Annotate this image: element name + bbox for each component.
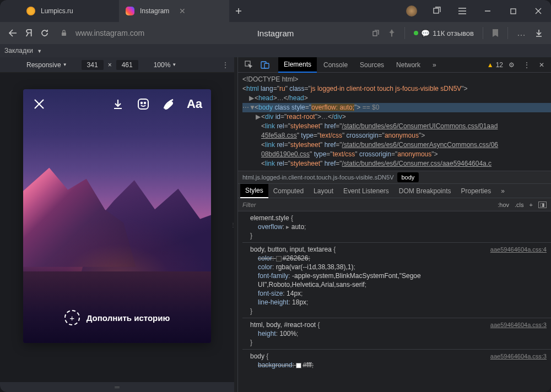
more-icon[interactable]: … [517,28,527,38]
svg-rect-4 [138,99,148,109]
tab-more-icon[interactable]: » [427,58,442,72]
device-toolbar: Responsive ▼ 341 × 461 100% ▼ ⋮ [0,57,234,73]
add-story-icon[interactable]: + [64,310,80,325]
new-rule-icon[interactable]: + [530,202,533,208]
styles-tab-props[interactable]: Properties [456,184,496,198]
hov-button[interactable]: :hov [498,202,509,208]
warning-count[interactable]: 12 [496,61,503,69]
styles-tab-layout[interactable]: Layout [309,184,338,198]
addressbar: Я www.instagram.com Instagram 💬 11К отзы… [0,22,551,44]
menu-icon[interactable] [450,0,475,22]
tab-lumpics[interactable]: Lumpics.ru [20,0,119,22]
svg-rect-9 [264,63,269,68]
new-tab-button[interactable] [229,0,248,22]
bookmarks-bar: Закладки ▼ [0,44,551,57]
devtools-close-icon[interactable]: ✕ [536,59,548,71]
back-button[interactable] [8,29,18,37]
svg-rect-1 [511,9,516,14]
collections-icon[interactable] [424,0,450,22]
svg-rect-2 [62,32,66,36]
inspect-icon[interactable] [241,58,256,71]
styles-tab-computed[interactable]: Computed [268,184,309,198]
settings-icon[interactable]: ⚙ [505,59,518,71]
page-title: Instagram [257,29,294,38]
devtools-menu-icon[interactable]: ⋮ [520,59,533,71]
cls-button[interactable]: .cls [515,202,524,208]
styles-tab-dombp[interactable]: DOM Breakpoints [394,184,456,198]
reviews-text: 11К отзывов [433,29,474,37]
story-draw-icon[interactable] [161,97,176,111]
dom-tree[interactable]: <!DOCTYPE html> <html lang="ru" class="j… [238,73,551,171]
device-preview-pane: Responsive ▼ 341 × 461 100% ▼ ⋮ [0,57,234,392]
status-dot-icon [414,31,418,35]
dom-breadcrumb[interactable]: html.js.logged-in.client-root.touch.js-f… [238,171,551,184]
yandex-icon[interactable]: Я [25,28,33,39]
tab-close-icon[interactable]: ✕ [179,7,186,15]
resize-handle[interactable]: ═ [0,382,234,392]
story-close-icon[interactable] [32,97,46,111]
url-host[interactable]: www.instagram.com [75,29,144,37]
device-width-input[interactable]: 341 [82,60,104,70]
tab-elements[interactable]: Elements [278,57,317,73]
styles-tab-events[interactable]: Event Listeners [338,184,394,198]
styles-filter-bar: Filter :hov .cls + ◨ [238,198,551,211]
lock-icon [60,29,68,37]
device-toggle-icon[interactable] [257,59,273,71]
story-download-icon[interactable] [111,97,125,111]
tab-sources[interactable]: Sources [354,58,390,72]
svg-rect-0 [434,8,439,13]
profile-avatar[interactable] [399,0,424,22]
maximize-button[interactable] [500,0,526,22]
warning-icon[interactable]: ▲ [487,61,494,69]
device-mode-dropdown[interactable]: Responsive ▼ [26,61,67,69]
svg-point-5 [141,102,142,104]
crumb-path[interactable]: html.js.logged-in.client-root.touch.js-f… [242,174,394,181]
svg-point-6 [144,102,145,104]
tab-title: Lumpics.ru [41,7,73,15]
tab-network[interactable]: Network [391,58,426,72]
tab-favicon-lumpics [26,7,35,15]
device-height-input[interactable]: 461 [116,60,138,70]
styles-tabbar: Styles Computed Layout Event Listeners D… [238,184,551,198]
story-text-icon[interactable]: Aa [187,97,202,111]
tab-title: Instagram [140,7,169,15]
devtools-pane: Elements Console Sources Network » ▲ 12 … [237,57,551,392]
story-sticker-icon[interactable] [136,97,150,111]
reviews-badge[interactable]: 💬 11К отзывов [414,29,474,37]
titlebar: Lumpics.ru Instagram ✕ [0,0,551,22]
zoom-dropdown[interactable]: 100% ▼ [154,61,177,69]
add-story-label[interactable]: Дополнить историю [87,313,170,323]
devtools-tabbar: Elements Console Sources Network » ▲ 12 … [238,57,551,73]
filter-input[interactable]: Filter [242,202,256,208]
reload-button[interactable] [40,29,49,37]
close-button[interactable] [526,0,551,22]
times-label: × [108,61,112,69]
sidebar-toggle-icon[interactable]: ◨ [538,202,547,208]
bookmarks-dropdown[interactable]: Закладки ▼ [4,47,42,55]
copy-icon[interactable] [371,29,380,37]
styles-tab-more-icon[interactable]: » [496,184,510,198]
styles-tab-styles[interactable]: Styles [240,184,268,198]
tab-instagram[interactable]: Instagram ✕ [119,0,229,22]
pin-icon[interactable] [388,29,396,37]
device-menu-icon[interactable]: ⋮ [222,61,229,69]
tab-favicon-instagram [126,7,134,15]
device-preview[interactable]: Aa + Дополнить историю [23,89,211,343]
bookmark-icon[interactable] [492,29,499,37]
crumb-selected[interactable]: body [397,172,419,182]
tab-console[interactable]: Console [318,58,353,72]
download-icon[interactable] [534,29,543,37]
svg-rect-3 [373,31,377,36]
minimize-button[interactable] [475,0,500,22]
styles-panel[interactable]: element.style { overflow: ▸ auto; } aae5… [238,211,551,392]
